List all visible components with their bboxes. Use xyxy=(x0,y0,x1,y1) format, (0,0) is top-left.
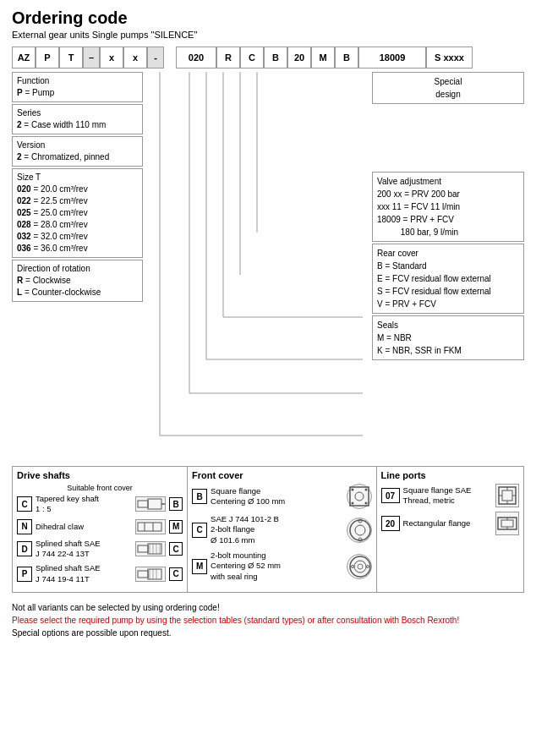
footer-line1: Not all variants can be selected by usin… xyxy=(12,601,524,614)
svg-rect-17 xyxy=(148,544,161,554)
drive-row-p: P Splined shaft SAEJ 744 19-4 11T C xyxy=(17,563,183,584)
size-t-032: 032 = 32.0 cm³/rev xyxy=(17,231,138,243)
lp-desc-20: Rectangular flange xyxy=(403,518,492,529)
svg-point-31 xyxy=(351,502,353,505)
drive-letter-p: P xyxy=(17,567,32,582)
suitable-b: B xyxy=(169,497,183,511)
svg-point-38 xyxy=(354,561,366,572)
lp-icon-07 xyxy=(495,484,519,507)
svg-point-29 xyxy=(351,489,353,491)
drive-shafts-col: Drive shafts Suitable front cover C Tape… xyxy=(13,467,188,592)
fc-letter-m: M xyxy=(192,559,207,574)
code-cell-x2: x xyxy=(123,47,147,68)
code-cell-20: 20 xyxy=(287,47,311,68)
lp-desc-07: Square flange SAEThread, metric xyxy=(403,485,492,507)
lp-icon-20 xyxy=(495,512,519,535)
connector-lines xyxy=(143,72,372,461)
rear-cover-title: Rear cover xyxy=(377,247,519,260)
drive-desc-d: Splined shaft SAEJ 744 22-4 13T xyxy=(36,539,132,560)
size-t-022: 022 = 22.5 cm³/rev xyxy=(17,195,138,207)
function-item: P = Pump xyxy=(17,87,138,99)
svg-rect-43 xyxy=(502,490,512,501)
lp-svg-07 xyxy=(496,485,518,507)
svg-point-40 xyxy=(351,565,353,567)
drive-letter-n: N xyxy=(17,519,32,534)
front-cover-row-c: C SAE J 744 101-2 B2-bolt flangeØ 101.6 … xyxy=(192,514,371,545)
svg-point-30 xyxy=(364,489,367,491)
special-design-label: Specialdesign xyxy=(377,75,519,101)
code-cell-az: AZ xyxy=(12,47,36,68)
line-ports-col: Line ports 07 Square flange SAEThread, m… xyxy=(377,467,523,592)
line-ports-row-20: 20 Rectangular flange xyxy=(381,512,519,535)
svg-point-33 xyxy=(350,520,370,540)
valve-adjustment-box: Valve adjustment 200 xx = PRV 200 bar xx… xyxy=(372,172,524,242)
size-t-036: 036 = 36.0 cm³/rev xyxy=(17,243,138,255)
ordering-code-row: AZ P T – x x - 020 R C B 20 M B 18009 S … xyxy=(12,47,524,68)
suitable-m: M xyxy=(169,520,183,534)
fc-icon-m xyxy=(347,554,372,579)
series-title: Series xyxy=(17,107,138,119)
bottom-section: Drive shafts Suitable front cover C Tape… xyxy=(12,466,524,593)
valve-adjustment-title: Valve adjustment xyxy=(377,175,519,188)
code-cell-t: T xyxy=(59,47,83,68)
code-cell-c: C xyxy=(240,47,264,68)
fc-icon-b xyxy=(347,484,372,509)
front-cover-row-m: M 2-bolt mountingCentering Ø 52 mmwith s… xyxy=(192,551,371,582)
drive-desc-n: Dihedral claw xyxy=(36,522,132,532)
svg-rect-11 xyxy=(148,499,161,509)
valve-item-3: 18009 = PRV + FCV 180 bar, 9 l/min xyxy=(377,213,519,238)
suitable-c1: C xyxy=(169,542,183,556)
drive-icon-c xyxy=(135,496,166,512)
direction-title: Direction of rotation xyxy=(17,263,138,275)
svg-point-37 xyxy=(350,556,370,577)
direction-l: L = Counter-clockwise xyxy=(17,287,138,299)
svg-rect-49 xyxy=(501,520,513,527)
fc-svg-b xyxy=(347,485,371,508)
size-t-title: Size T xyxy=(17,172,138,184)
special-design-box: Specialdesign xyxy=(372,72,524,104)
code-cell-sxxxx: S xxxx xyxy=(426,47,473,68)
code-cell-m: M xyxy=(311,47,335,68)
drive-desc-p: Splined shaft SAEJ 744 19-4 11T xyxy=(36,563,132,584)
code-cell-b: B xyxy=(264,47,287,68)
shaft-icon-p xyxy=(136,567,165,581)
center-connector xyxy=(143,72,372,461)
drive-shafts-title: Drive shafts xyxy=(17,470,183,480)
rear-cover-b: B = Standard xyxy=(377,260,519,272)
page-title: Ordering code xyxy=(12,8,524,28)
line-ports-title: Line ports xyxy=(381,470,519,480)
front-cover-title: Front cover xyxy=(192,470,371,480)
drive-icon-d xyxy=(135,541,166,556)
svg-point-39 xyxy=(358,564,363,569)
footer-notes: Not all variants can be selected by usin… xyxy=(12,601,524,639)
size-t-028: 028 = 28.0 cm³/rev xyxy=(17,219,138,231)
front-cover-col: Front cover B Square flangeCentering Ø 1… xyxy=(188,467,376,592)
code-cell-dash2: - xyxy=(147,47,164,68)
right-info-panel: Specialdesign Valve adjustment 200 xx = … xyxy=(372,72,524,461)
valve-item-2: xxx 11 = FCV 11 l/min xyxy=(377,200,519,213)
drive-icon-n xyxy=(135,519,166,534)
svg-rect-16 xyxy=(138,545,148,552)
fc-letter-c: C xyxy=(192,523,207,538)
footer-line3: Special options are possible upon reques… xyxy=(12,627,524,639)
fc-desc-c: SAE J 744 101-2 B2-bolt flangeØ 101.6 mm xyxy=(211,514,342,545)
function-title: Function xyxy=(17,75,138,87)
fc-letter-b: B xyxy=(192,489,207,504)
shaft-icon-c xyxy=(136,497,165,511)
svg-point-28 xyxy=(355,492,364,501)
svg-point-41 xyxy=(366,565,369,567)
fc-svg-m xyxy=(347,554,371,579)
function-box: Function P = Pump xyxy=(12,72,143,102)
drive-icon-p xyxy=(135,567,166,582)
rear-cover-v: V = PRV + FCV xyxy=(377,298,519,310)
series-item: 2 = Case width 110 mm xyxy=(17,119,138,131)
seals-box: Seals M = NBR K = NBR, SSR in FKM xyxy=(372,315,524,360)
code-cell-p: P xyxy=(36,47,59,68)
shaft-icon-d xyxy=(136,542,165,556)
svg-rect-10 xyxy=(138,501,148,507)
left-info-panel: Function P = Pump Series 2 = Case width … xyxy=(12,72,143,461)
size-t-020: 020 = 20.0 cm³/rev xyxy=(17,184,138,195)
series-box: Series 2 = Case width 110 mm xyxy=(12,104,143,134)
drive-desc-c: Tapered key shaft1 : 5 xyxy=(36,494,132,515)
size-t-box: Size T 020 = 20.0 cm³/rev 022 = 22.5 cm³… xyxy=(12,168,143,258)
